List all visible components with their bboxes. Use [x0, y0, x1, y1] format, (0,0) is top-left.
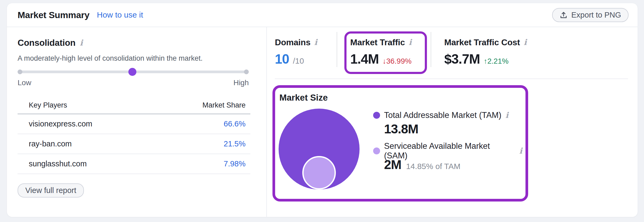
domains-label: Domains: [275, 38, 311, 47]
market-traffic-value: 1.4M: [350, 52, 379, 67]
table-header-row: Key Players Market Share: [18, 97, 250, 114]
how-to-use-link[interactable]: How to use it: [97, 10, 143, 19]
market-traffic-cost-value: $3.7M: [444, 52, 480, 67]
slider-high-endpoint-dot: [244, 69, 249, 74]
consolidation-slider: [18, 67, 249, 77]
domains-metric: Domains i 10 /10: [275, 37, 317, 67]
tam-legend-dot: [373, 112, 380, 119]
table-row: ray-ban.com 21.5%: [18, 134, 250, 154]
domain-cell: ray-ban.com: [18, 134, 158, 154]
slider-labels: Low High: [18, 79, 249, 87]
table-row: sunglasshut.com 7.98%: [18, 154, 250, 174]
market-traffic-info-icon[interactable]: i: [409, 38, 411, 46]
column-divider: [266, 27, 267, 217]
sam-info-icon[interactable]: i: [519, 147, 522, 155]
metric-divider: [337, 32, 337, 67]
market-traffic-cost-metric: Market Traffic Cost i $3.7M ↑2.21%: [444, 37, 527, 67]
market-traffic-label: Market Traffic: [350, 38, 405, 47]
sam-label: Serviceable Available Market (SAM): [384, 141, 515, 161]
card-header: Market Summary How to use it: [18, 3, 143, 27]
sam-legend-dot: [373, 147, 380, 154]
slider-low-endpoint-dot: [18, 69, 22, 74]
tam-value: 13.8M: [384, 122, 418, 136]
market-traffic-change: ↓36.99%: [382, 57, 411, 65]
consolidation-header: Consolidation i: [18, 38, 83, 48]
tam-label: Total Addressable Market (TAM): [384, 110, 501, 120]
market-traffic-cost-change: ↑2.21%: [484, 57, 508, 65]
domain-cell: sunglasshut.com: [18, 154, 158, 174]
page-title: Market Summary: [18, 10, 89, 20]
market-traffic-metric: Market Traffic i 1.4M ↓36.99%: [350, 37, 412, 67]
metric-divider: [431, 32, 431, 67]
domain-cell: visionexpress.com: [18, 114, 158, 134]
table-row: visionexpress.com 66.6%: [18, 114, 250, 134]
sam-value: 2M: [384, 158, 401, 172]
tam-legend-row: Total Addressable Market (TAM) i: [373, 111, 522, 119]
metrics-section-divider: [275, 79, 628, 79]
market-size-title: Market Size: [279, 93, 328, 103]
share-cell: 66.6%: [158, 114, 250, 134]
domains-denominator: /10: [293, 56, 304, 65]
domains-info-icon[interactable]: i: [314, 38, 317, 46]
market-share-column-header: Market Share: [158, 97, 250, 114]
export-button-label: Export to PNG: [571, 11, 621, 19]
consolidation-title: Consolidation: [18, 38, 75, 48]
slider-low-label: Low: [18, 79, 31, 87]
sam-bubble: [302, 156, 336, 190]
sam-share-note: 14.85% of TAM: [406, 162, 460, 171]
consolidation-info-icon[interactable]: i: [80, 39, 83, 47]
sam-legend-row: Serviceable Available Market (SAM) i: [373, 147, 522, 155]
market-traffic-cost-label: Market Traffic Cost: [444, 38, 520, 47]
market-size-section: Market Size Total Addressable Market (TA…: [272, 85, 528, 202]
header-divider: [7, 27, 638, 27]
key-players-table: Key Players Market Share visionexpress.c…: [18, 97, 250, 174]
share-cell: 7.98%: [158, 154, 250, 174]
market-traffic-cost-info-icon[interactable]: i: [524, 38, 527, 46]
consolidation-description: A moderately-high level of consolidation…: [18, 54, 203, 63]
upload-icon: [560, 11, 568, 19]
slider-thumb: [128, 68, 136, 76]
domains-value: 10: [275, 52, 289, 67]
tam-info-icon[interactable]: i: [505, 111, 508, 119]
market-summary-card: Market Summary How to use it Export to P…: [7, 3, 638, 217]
view-full-report-button[interactable]: View full report: [18, 183, 84, 198]
export-to-png-button[interactable]: Export to PNG: [552, 8, 629, 22]
share-cell: 21.5%: [158, 134, 250, 154]
market-size-legend: Total Addressable Market (TAM) i 13.8M S…: [373, 111, 522, 172]
slider-high-label: High: [233, 79, 249, 87]
key-players-column-header: Key Players: [18, 97, 158, 114]
view-full-report-label: View full report: [25, 186, 76, 195]
